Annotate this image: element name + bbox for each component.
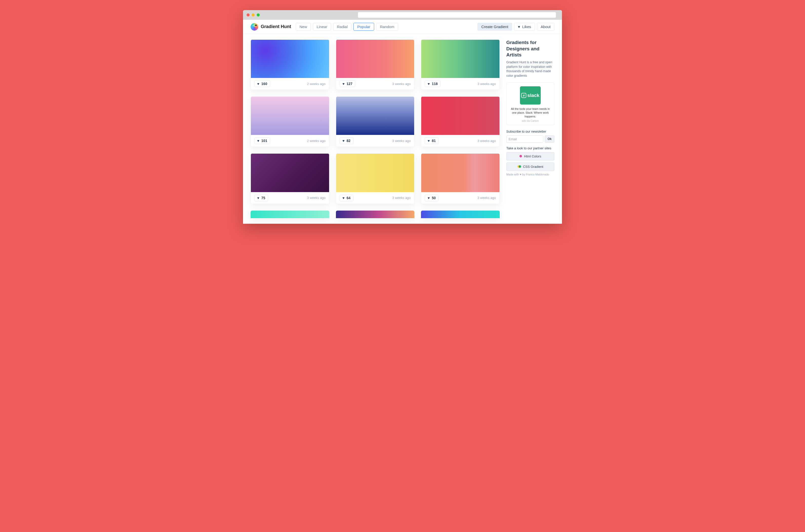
- nav-radial[interactable]: Radial: [333, 23, 352, 31]
- like-button[interactable]: ♥64: [340, 195, 353, 201]
- gradient-swatch: [336, 154, 414, 192]
- card-footer: ♥1183 weeks ago: [421, 78, 500, 90]
- card-footer: ♥813 weeks ago: [421, 135, 500, 147]
- newsletter-ok-button[interactable]: Ok: [545, 135, 555, 143]
- brand-title: Gradient Hunt: [261, 24, 291, 30]
- likes-button[interactable]: ♥ Likes: [514, 23, 535, 31]
- credit-line: Made with ♥ by Franco Maldonado: [506, 173, 555, 176]
- gradient-card-peek[interactable]: [336, 211, 415, 218]
- gradient-card-peek[interactable]: [421, 211, 500, 218]
- slack-logo-icon: # slack: [520, 86, 541, 104]
- about-button[interactable]: About: [537, 23, 555, 31]
- gradient-card[interactable]: ♥813 weeks ago: [421, 96, 500, 147]
- timestamp: 3 weeks ago: [307, 196, 325, 200]
- gradient-card[interactable]: ♥1012 weeks ago: [250, 96, 329, 147]
- newsletter-label: Subscribe to our newsletter: [506, 130, 555, 133]
- like-count: 50: [432, 196, 436, 200]
- browser-chrome: [243, 10, 562, 20]
- nav-popular[interactable]: Popular: [353, 23, 374, 31]
- heart-icon: ♥: [257, 82, 259, 86]
- timestamp: 3 weeks ago: [478, 82, 496, 86]
- like-count: 64: [347, 196, 351, 200]
- timestamp: 3 weeks ago: [392, 82, 411, 86]
- gradient-card[interactable]: ♥1602 weeks ago: [250, 39, 329, 90]
- gradient-swatch: [421, 40, 500, 78]
- traffic-close-icon[interactable]: [247, 14, 249, 16]
- like-count: 82: [347, 139, 351, 143]
- like-button[interactable]: ♥75: [255, 195, 268, 201]
- heart-icon: ♥: [257, 196, 259, 200]
- like-count: 127: [347, 82, 352, 86]
- like-button[interactable]: ♥118: [425, 80, 441, 87]
- partner-html-colors-label: Html Colors: [524, 154, 541, 158]
- gradient-swatch: [336, 97, 414, 135]
- gradient-swatch: [336, 40, 414, 78]
- nav-random[interactable]: Random: [376, 23, 398, 31]
- traffic-zoom-icon[interactable]: [257, 14, 260, 16]
- gradient-card[interactable]: ♥1273 weeks ago: [336, 39, 415, 90]
- card-footer: ♥1273 weeks ago: [336, 78, 414, 90]
- heart-icon: ♥: [257, 139, 259, 143]
- ok-label: Ok: [547, 137, 551, 141]
- partner-css-gradient-icon: [518, 165, 521, 168]
- partner-html-colors-button[interactable]: Html Colors: [506, 152, 555, 160]
- create-gradient-button[interactable]: Create Gradient: [478, 23, 512, 31]
- like-count: 118: [432, 82, 438, 86]
- like-count: 81: [432, 139, 436, 143]
- content: ♥1602 weeks ago♥1273 weeks ago♥1183 week…: [243, 34, 562, 224]
- sidebar: Gradients for Designers and Artists Grad…: [506, 39, 555, 176]
- card-footer: ♥643 weeks ago: [336, 192, 414, 204]
- gradient-swatch: [251, 40, 329, 78]
- heart-icon: ♥: [342, 196, 344, 200]
- timestamp: 3 weeks ago: [478, 196, 496, 200]
- browser-window: Gradient Hunt NewLinearRadialPopularRand…: [243, 10, 562, 224]
- gradient-swatch: [421, 154, 500, 192]
- sidebar-description: Gradient Hunt is a free and open platfor…: [506, 60, 555, 78]
- gradient-swatch: [251, 97, 329, 135]
- card-footer: ♥823 weeks ago: [336, 135, 414, 147]
- nav-new[interactable]: New: [296, 23, 311, 31]
- newsletter-form: Ok: [506, 135, 555, 143]
- like-count: 101: [261, 139, 267, 143]
- gradient-card[interactable]: ♥753 weeks ago: [250, 153, 329, 204]
- likes-label: Likes: [522, 24, 531, 29]
- email-input[interactable]: [506, 135, 543, 143]
- partners-label: Take a look to our partner sites: [506, 146, 555, 150]
- gradient-swatch: [251, 154, 329, 192]
- gradient-swatch: [421, 97, 500, 135]
- like-button[interactable]: ♥160: [255, 80, 270, 87]
- timestamp: 2 weeks ago: [307, 82, 325, 86]
- like-button[interactable]: ♥81: [425, 137, 438, 144]
- heart-icon: ♥: [428, 196, 430, 200]
- create-gradient-label: Create Gradient: [481, 24, 508, 29]
- partner-css-gradient-button[interactable]: CSS Gradient: [506, 163, 555, 171]
- sidebar-title: Gradients for Designers and Artists: [506, 39, 555, 58]
- like-button[interactable]: ♥101: [255, 137, 270, 144]
- traffic-minimize-icon[interactable]: [251, 14, 255, 16]
- gradient-card-peek[interactable]: [250, 211, 329, 218]
- ad-logo-text: slack: [527, 93, 540, 98]
- ad-via: ads via Carbon: [509, 119, 551, 122]
- site-header: Gradient Hunt NewLinearRadialPopularRand…: [243, 20, 562, 34]
- gradient-grid: ♥1602 weeks ago♥1273 weeks ago♥1183 week…: [250, 39, 500, 218]
- like-button[interactable]: ♥50: [425, 195, 438, 201]
- brand[interactable]: Gradient Hunt: [250, 23, 291, 31]
- timestamp: 3 weeks ago: [392, 139, 411, 143]
- about-label: About: [541, 24, 550, 29]
- nav-linear[interactable]: Linear: [313, 23, 331, 31]
- card-footer: ♥1602 weeks ago: [251, 78, 329, 90]
- carbon-ad[interactable]: # slack All the tools your team needs in…: [506, 82, 555, 125]
- ad-text: All the tools your team needs in one pla…: [509, 107, 551, 118]
- timestamp: 3 weeks ago: [392, 196, 411, 200]
- gradient-card[interactable]: ♥643 weeks ago: [336, 153, 415, 204]
- heart-icon: ♥: [518, 24, 520, 29]
- gradient-card[interactable]: ♥503 weeks ago: [421, 153, 500, 204]
- gradient-card[interactable]: ♥1183 weeks ago: [421, 39, 500, 90]
- heart-icon: ♥: [342, 139, 344, 143]
- like-button[interactable]: ♥82: [340, 137, 353, 144]
- card-footer: ♥753 weeks ago: [251, 192, 329, 204]
- url-bar[interactable]: [358, 12, 556, 18]
- like-button[interactable]: ♥127: [340, 80, 355, 87]
- gradient-card[interactable]: ♥823 weeks ago: [336, 96, 415, 147]
- like-count: 160: [261, 82, 267, 86]
